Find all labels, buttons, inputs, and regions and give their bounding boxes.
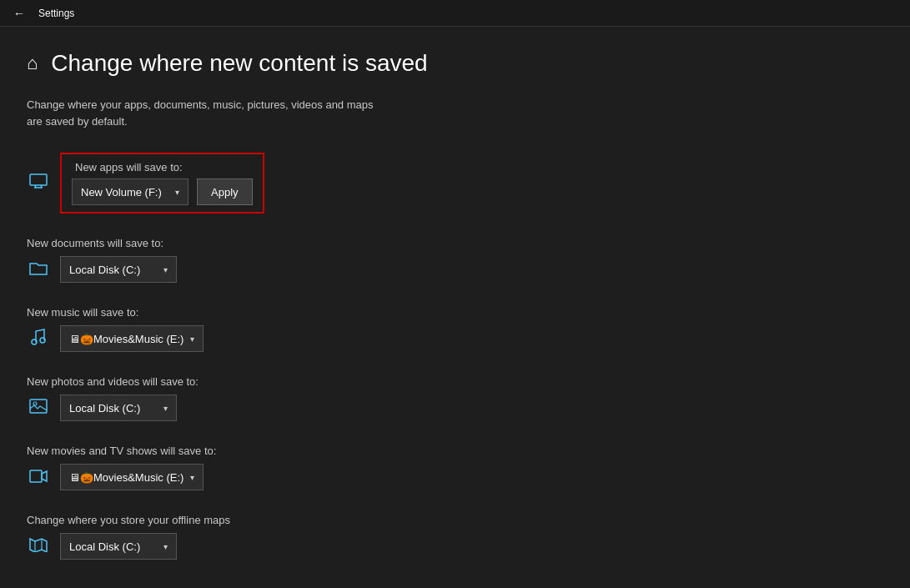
svg-rect-8	[30, 470, 42, 482]
section-apps: New apps will save to:New Volume (F:)▾Ap…	[27, 153, 883, 214]
page-header: ⌂ Change where new content is saved	[27, 50, 883, 77]
chevron-down-icon: ▾	[163, 542, 168, 551]
section-label-maps: Change where you store your offline maps	[27, 514, 883, 526]
monitor-icon	[27, 173, 50, 193]
chevron-down-icon: ▾	[190, 473, 194, 482]
folder-icon	[27, 260, 50, 279]
dropdown-value-photos: Local Disk (C:)	[69, 402, 140, 415]
section-row-photos: Local Disk (C:)▾	[27, 395, 883, 421]
home-icon: ⌂	[27, 53, 38, 74]
section-movies: New movies and TV shows will save to: 🖥🎃…	[27, 445, 883, 490]
section-music: New music will save to: 🖥🎃Movies&Music (…	[27, 306, 883, 352]
apply-button[interactable]: Apply	[197, 178, 253, 205]
section-maps: Change where you store your offline maps…	[27, 514, 883, 560]
section-label-movies: New movies and TV shows will save to:	[27, 445, 883, 457]
dropdown-value-documents: Local Disk (C:)	[69, 264, 140, 276]
dropdown-value-apps: New Volume (F:)	[81, 186, 162, 199]
dropdown-apps[interactable]: New Volume (F:)▾	[72, 178, 189, 205]
dropdown-value-maps: Local Disk (C:)	[69, 540, 140, 553]
highlight-row: New Volume (F:)▾Apply	[72, 178, 253, 205]
video-icon	[27, 468, 50, 487]
page-description: Change where your apps, documents, music…	[27, 97, 883, 129]
sections-container: New apps will save to:New Volume (F:)▾Ap…	[27, 153, 883, 560]
dropdown-movies[interactable]: 🖥🎃Movies&Music (E:)▾	[60, 464, 204, 490]
dropdown-maps[interactable]: Local Disk (C:)▾	[60, 533, 177, 560]
title-bar: ← Settings	[0, 0, 910, 27]
map-icon	[27, 537, 50, 556]
dropdown-value-music: 🖥🎃Movies&Music (E:)	[69, 333, 184, 345]
chevron-down-icon: ▾	[163, 404, 168, 413]
section-label-photos: New photos and videos will save to:	[27, 375, 883, 388]
section-row-apps: New apps will save to:New Volume (F:)▾Ap…	[27, 153, 883, 214]
dropdown-value-movies: 🖥🎃Movies&Music (E:)	[69, 471, 184, 484]
highlighted-section-box: New apps will save to:New Volume (F:)▾Ap…	[60, 153, 264, 214]
section-photos: New photos and videos will save to: Loca…	[27, 375, 883, 421]
svg-rect-0	[30, 174, 47, 185]
main-content: ⌂ Change where new content is saved Chan…	[0, 27, 910, 588]
page-title: Change where new content is saved	[51, 50, 427, 77]
chevron-down-icon: ▾	[190, 334, 194, 344]
highlight-label-apps: New apps will save to:	[75, 161, 253, 173]
titlebar-title: Settings	[38, 8, 74, 19]
chevron-down-icon: ▾	[175, 188, 179, 197]
svg-point-7	[33, 402, 37, 405]
section-row-documents: Local Disk (C:)▾	[27, 256, 883, 283]
section-row-maps: Local Disk (C:)▾	[27, 533, 883, 560]
chevron-down-icon: ▾	[163, 265, 168, 274]
section-row-movies: 🖥🎃Movies&Music (E:)▾	[27, 464, 883, 490]
dropdown-photos[interactable]: Local Disk (C:)▾	[60, 395, 177, 421]
dropdown-music[interactable]: 🖥🎃Movies&Music (E:)▾	[60, 325, 204, 352]
dropdown-documents[interactable]: Local Disk (C:)▾	[60, 256, 177, 283]
image-icon	[27, 399, 50, 418]
section-documents: New documents will save to: Local Disk (…	[27, 237, 883, 283]
section-label-documents: New documents will save to:	[27, 237, 883, 249]
back-button[interactable]: ←	[10, 5, 28, 22]
music-icon	[27, 328, 50, 350]
section-label-music: New music will save to:	[27, 306, 883, 319]
section-row-music: 🖥🎃Movies&Music (E:)▾	[27, 325, 883, 352]
